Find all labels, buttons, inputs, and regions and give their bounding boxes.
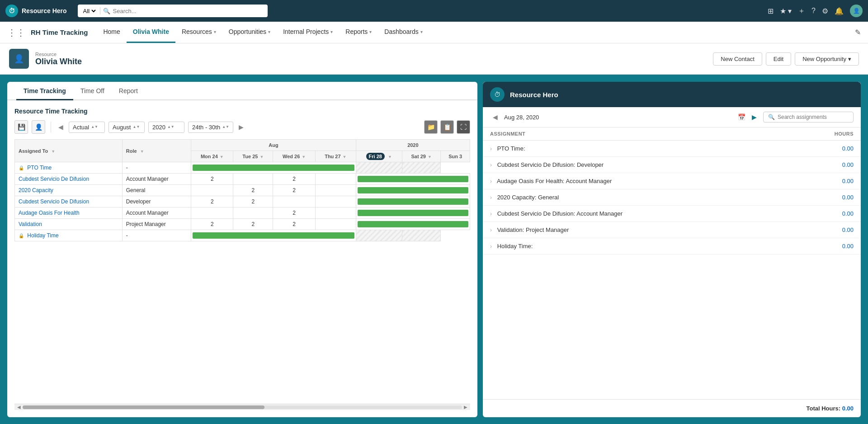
- assignment-name-2: Audage Oasis For Health: Account Manager: [497, 178, 612, 184]
- assignment-name-1: Cubdest Servicio De Difusion: Developer: [497, 161, 604, 168]
- search-input[interactable]: [113, 8, 264, 14]
- role-filter-icon[interactable]: ▼: [140, 149, 144, 154]
- wed26-filter-icon[interactable]: ▼: [302, 155, 306, 159]
- favorites-icon[interactable]: ★ ▾: [780, 7, 792, 15]
- toolbar-separator: [51, 122, 51, 132]
- appbar-edit-icon[interactable]: ✎: [855, 28, 861, 37]
- cubdest-dev-bar-cell: [356, 196, 470, 207]
- assignment-name-cell-2: › Audage Oasis For Health: Account Manag…: [483, 173, 791, 189]
- global-search[interactable]: All 🔍: [78, 5, 268, 17]
- fri28-filter-icon[interactable]: ▼: [388, 155, 392, 159]
- table-scrollbar[interactable]: ◀ ▶: [14, 404, 470, 410]
- thu27-filter-icon[interactable]: ▼: [343, 155, 347, 159]
- assignment-chevron-icon-1[interactable]: ›: [490, 162, 492, 168]
- main-content: Time Tracking Time Off Report Resource T…: [0, 75, 868, 424]
- table-row: Cubdest Servicio De Difusion Developer 2…: [15, 196, 470, 207]
- table-icon-button[interactable]: 📋: [440, 120, 454, 134]
- grid-menu-icon[interactable]: ⋮⋮: [7, 27, 25, 38]
- search-assignments-input[interactable]: [778, 114, 836, 120]
- prev-period-button[interactable]: ◀: [57, 122, 65, 132]
- year-dropdown[interactable]: 2020 ▲▼: [148, 122, 184, 133]
- user-action-button[interactable]: 👤: [32, 120, 45, 134]
- user-avatar[interactable]: 👤: [850, 5, 863, 17]
- capacity-thu: [315, 185, 356, 196]
- reports-chevron-icon: ▾: [369, 29, 372, 34]
- assignment-hours-cell-3: 0.00: [791, 189, 861, 206]
- assignment-chevron-icon-0[interactable]: ›: [490, 146, 492, 152]
- audage-mon: [191, 207, 233, 219]
- new-opportunity-button[interactable]: New Opportunity ▾: [795, 52, 859, 66]
- view-mode-dropdown[interactable]: Actual ▲▼: [69, 122, 105, 133]
- audage-link[interactable]: Audage Oasis For Health: [19, 210, 80, 216]
- cubdest-am-role-cell: Account Manager: [122, 174, 191, 185]
- fullscreen-icon-button[interactable]: ⛶: [457, 120, 470, 134]
- assignment-name-cell-0: › PTO Time:: [483, 141, 791, 157]
- nav-dashboards[interactable]: Dashboards ▾: [378, 22, 429, 43]
- page-title: Olivia White: [35, 57, 713, 66]
- nav-opportunities[interactable]: Opportunities ▾: [222, 22, 277, 43]
- nav-reports[interactable]: Reports ▾: [339, 22, 378, 43]
- next-date-button[interactable]: ▶: [749, 113, 760, 122]
- search-assignments-field[interactable]: 🔍: [763, 112, 854, 122]
- scroll-left-icon[interactable]: ◀: [15, 405, 23, 410]
- next-period-button[interactable]: ▶: [237, 122, 245, 132]
- add-icon[interactable]: ＋: [798, 6, 805, 16]
- app-logo: ⏱ Resource Hero: [5, 5, 67, 17]
- scrollbar-track[interactable]: [23, 405, 462, 409]
- tab-time-tracking[interactable]: Time Tracking: [16, 82, 73, 100]
- nav-olivia-white[interactable]: Olivia White: [127, 22, 175, 43]
- internal-projects-chevron-icon: ▾: [330, 29, 333, 34]
- audage-thu: [315, 207, 356, 219]
- assignment-chevron-icon-2[interactable]: ›: [490, 178, 492, 184]
- cubdest-dev-thu: [315, 196, 356, 207]
- assignment-row: › Cubdest Servicio De Difusion: Develope…: [483, 157, 861, 173]
- validation-bar: [358, 221, 468, 227]
- assignment-hours-cell-4: 0.00: [791, 206, 861, 222]
- nav-resources[interactable]: Resources ▾: [175, 22, 222, 43]
- assignment-chevron-icon-5[interactable]: ›: [490, 227, 492, 233]
- settings-icon[interactable]: ⚙: [822, 7, 828, 15]
- month-dropdown[interactable]: August ▲▼: [108, 122, 145, 133]
- col-sun30: Sun 3: [441, 151, 470, 162]
- folder-icon-button[interactable]: 📁: [424, 120, 438, 134]
- pto-bar: [193, 165, 354, 171]
- nav-home[interactable]: Home: [97, 22, 126, 43]
- scrollbar-thumb[interactable]: [23, 405, 264, 409]
- assigned-to-filter-icon[interactable]: ▼: [51, 149, 55, 154]
- nav-internal-projects[interactable]: Internal Projects ▾: [277, 22, 339, 43]
- scroll-right-icon[interactable]: ▶: [462, 405, 469, 410]
- holiday-name-cell: 🔒 Holiday Time: [15, 230, 123, 241]
- sat29-filter-icon[interactable]: ▼: [428, 155, 432, 159]
- panel-title: Resource Time Tracking: [14, 108, 470, 115]
- save-draft-button[interactable]: 💾: [14, 120, 28, 134]
- new-contact-button[interactable]: New Contact: [713, 52, 762, 66]
- new-opportunity-label: New Opportunity: [802, 56, 846, 62]
- date-display: Aug 28, 2020: [504, 114, 734, 121]
- capacity-link[interactable]: 2020 Capacity: [19, 187, 53, 193]
- prev-date-button[interactable]: ◀: [490, 113, 500, 122]
- notifications-icon[interactable]: 🔔: [835, 7, 844, 15]
- date-range-dropdown[interactable]: 24th - 30th ▲▼: [188, 122, 233, 133]
- cubdest-dev-link[interactable]: Cubdest Servicio De Difusion: [19, 198, 89, 205]
- cubdest-dev-role-cell: Developer: [122, 196, 191, 207]
- edit-button[interactable]: Edit: [766, 52, 791, 66]
- cubdest-am-link[interactable]: Cubdest Servicio De Difusion: [19, 176, 89, 182]
- search-filter-dropdown[interactable]: All: [81, 7, 97, 15]
- col-assignment-header: ASSIGNMENT: [483, 127, 791, 141]
- validation-bar-cell: [356, 219, 470, 230]
- mon24-filter-icon[interactable]: ▼: [220, 155, 224, 159]
- assignment-chevron-icon-3[interactable]: ›: [490, 194, 492, 201]
- tab-report[interactable]: Report: [112, 82, 145, 100]
- validation-link[interactable]: Validation: [19, 221, 42, 227]
- resource-hero-logo: ⏱: [490, 87, 505, 102]
- tue25-filter-icon[interactable]: ▼: [259, 155, 264, 159]
- assignment-chevron-icon-4[interactable]: ›: [490, 211, 492, 217]
- grid-view-icon[interactable]: ⊞: [768, 7, 774, 15]
- assignment-name-cell-1: › Cubdest Servicio De Difusion: Develope…: [483, 157, 791, 173]
- assignment-chevron-icon-6[interactable]: ›: [490, 243, 492, 250]
- calendar-icon[interactable]: 📅: [738, 113, 745, 121]
- page-header: 👤 Resource Olivia White New Contact Edit…: [0, 43, 868, 75]
- opportunities-chevron-icon: ▾: [268, 29, 270, 34]
- help-icon[interactable]: ?: [811, 7, 816, 15]
- tab-time-off[interactable]: Time Off: [73, 82, 112, 100]
